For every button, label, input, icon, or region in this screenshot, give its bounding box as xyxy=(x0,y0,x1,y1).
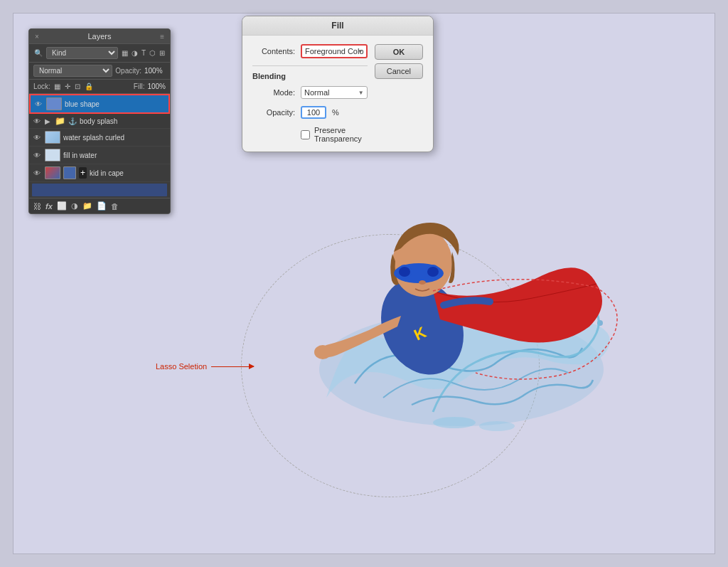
layer-item-kid[interactable]: 👁 + kid in cape xyxy=(29,164,170,182)
group-arrow-icon: ▶ xyxy=(45,117,50,125)
kid-layer-icon: + xyxy=(79,167,87,179)
pixel-icon[interactable]: ▦ xyxy=(121,48,129,58)
opacity-value: 100% xyxy=(144,67,166,75)
cancel-button[interactable]: Cancel xyxy=(375,63,423,79)
svg-point-12 xyxy=(427,267,439,277)
preserve-label: Preserve Transparency xyxy=(314,126,368,143)
eye-icon-3[interactable]: 👁 xyxy=(33,134,42,142)
lock-all-icon[interactable]: 🔒 xyxy=(84,82,94,91)
layers-lock-row: Lock: ▦ ✛ ⊡ 🔒 Fill: 100% xyxy=(29,80,170,94)
new-layer-icon[interactable]: 📄 xyxy=(97,201,107,211)
preserve-row: Preserve Transparency xyxy=(252,126,368,143)
link-layers-icon[interactable]: ⛓ xyxy=(33,202,41,211)
dialog-content-area: Contents: Foreground Color Background Co… xyxy=(252,44,423,143)
mode-row: Mode: Normal Dissolve Multiply Screen ▼ xyxy=(252,86,368,99)
svg-point-13 xyxy=(419,280,426,285)
eye-icon-5[interactable]: 👁 xyxy=(33,169,42,177)
opacity-input[interactable] xyxy=(301,106,326,119)
opacity-row: Opacity: % xyxy=(252,106,368,119)
group-link-icon: ⚓ xyxy=(68,117,77,125)
lock-artboard-icon[interactable]: ⊡ xyxy=(74,82,81,91)
layers-bottom-bar: ⛓ fx ⬜ ◑ 📁 📄 🗑 xyxy=(29,198,170,213)
layers-title: Layers xyxy=(87,32,111,41)
opacity-label: Opacity: xyxy=(115,67,141,75)
dialog-main: Contents: Foreground Color Background Co… xyxy=(252,44,368,143)
layers-title-bar: × Layers ≡ xyxy=(29,29,170,44)
mode-label: Mode: xyxy=(252,88,295,97)
layer-name-water: water splash curled xyxy=(63,134,166,142)
layer-thumb-blue-shape xyxy=(46,97,62,110)
lasso-text: Lasso Seletion xyxy=(156,362,207,371)
group-layers-icon[interactable]: 📁 xyxy=(82,201,92,211)
fill-value: 100% xyxy=(147,83,166,90)
adjustment-layer-icon[interactable]: ◑ xyxy=(71,201,78,211)
fx-icon[interactable]: fx xyxy=(46,202,53,211)
search-icon: 🔍 xyxy=(33,48,43,58)
adjustment-icon[interactable]: ◑ xyxy=(131,48,139,58)
type-icon[interactable]: T xyxy=(141,48,146,58)
layer-extra-thumb xyxy=(63,166,76,179)
eye-icon-4[interactable]: 👁 xyxy=(33,152,42,159)
add-mask-icon[interactable]: ⬜ xyxy=(57,201,67,211)
layer-name-blue-shape: blue shape xyxy=(65,100,164,108)
layer-thumb-water xyxy=(45,131,60,144)
blending-label: Blending xyxy=(252,72,368,80)
svg-point-15 xyxy=(433,417,476,428)
eye-icon[interactable]: 👁 xyxy=(35,100,43,108)
layer-item-partial xyxy=(32,184,167,196)
layers-mode-row: Normal Opacity: 100% xyxy=(29,63,170,80)
contents-dropdown[interactable]: Foreground Color Background Color Color.… xyxy=(302,46,366,57)
layer-name-kid: kid in cape xyxy=(90,169,166,177)
fill-dialog: Fill Contents: Foreground Color Backgrou… xyxy=(242,16,434,152)
dialog-title: Fill xyxy=(331,21,343,31)
layer-item-fill-water[interactable]: 👁 fill in water xyxy=(29,147,170,164)
lock-pixel-icon[interactable]: ▦ xyxy=(53,82,61,91)
layer-item-water-splash[interactable]: 👁 water splash curled xyxy=(29,129,170,147)
layer-name-body-splash: body splash xyxy=(80,117,166,125)
layer-thumb-kid xyxy=(45,166,60,179)
panel-menu-icon[interactable]: ≡ xyxy=(160,33,164,41)
lock-label: Lock: xyxy=(33,83,50,90)
layer-item-blue-shape[interactable]: 👁 blue shape xyxy=(29,94,170,114)
panel-close-icon[interactable]: × xyxy=(35,33,39,41)
delete-layer-icon[interactable]: 🗑 xyxy=(111,202,119,211)
fill-label: Fill: xyxy=(134,83,145,90)
contents-row: Contents: Foreground Color Background Co… xyxy=(252,44,368,58)
contents-label: Contents: xyxy=(252,47,295,55)
layers-search-row: 🔍 Kind ▦ ◑ T ⬡ ⊞ xyxy=(29,44,170,63)
blending-section: Blending Mode: Normal Dissolve Multiply … xyxy=(252,65,368,143)
shape-icon[interactable]: ⬡ xyxy=(149,48,156,58)
mode-dropdown[interactable]: Normal Dissolve Multiply Screen xyxy=(301,87,367,98)
svg-point-11 xyxy=(399,267,410,277)
preserve-checkbox[interactable] xyxy=(301,130,310,139)
dialog-body: Contents: Foreground Color Background Co… xyxy=(242,36,433,152)
ok-button[interactable]: OK xyxy=(375,44,423,60)
contents-dropdown-wrapper: Foreground Color Background Color Color.… xyxy=(301,44,368,58)
mode-dropdown-wrapper: Normal Dissolve Multiply Screen ▼ xyxy=(301,86,368,99)
kind-dropdown[interactable]: Kind xyxy=(46,47,118,59)
smart-icon[interactable]: ⊞ xyxy=(159,48,166,58)
dialog-button-column: OK Cancel xyxy=(368,44,423,143)
opacity-label: Opacity: xyxy=(252,108,295,117)
hero-svg: K xyxy=(213,127,625,455)
eye-icon-2[interactable]: 👁 xyxy=(33,117,42,125)
layers-panel: × Layers ≡ 🔍 Kind ▦ ◑ T ⬡ ⊞ Normal Opaci… xyxy=(28,28,171,214)
lock-move-icon[interactable]: ✛ xyxy=(64,82,71,91)
blend-mode-dropdown[interactable]: Normal xyxy=(33,65,112,77)
layer-filter-icons: ▦ ◑ T ⬡ ⊞ xyxy=(121,48,166,58)
dialog-title-bar: Fill xyxy=(242,16,433,36)
layer-thumb-fill xyxy=(45,149,60,161)
opacity-unit: % xyxy=(332,108,339,117)
layer-name-fill: fill in water xyxy=(63,152,166,159)
hero-image: K xyxy=(213,127,625,455)
svg-point-16 xyxy=(479,421,515,431)
layer-item-body-splash[interactable]: 👁 ▶ 📁 ⚓ body splash xyxy=(29,114,170,129)
svg-point-14 xyxy=(314,345,331,359)
group-folder-icon: 📁 xyxy=(55,116,65,126)
